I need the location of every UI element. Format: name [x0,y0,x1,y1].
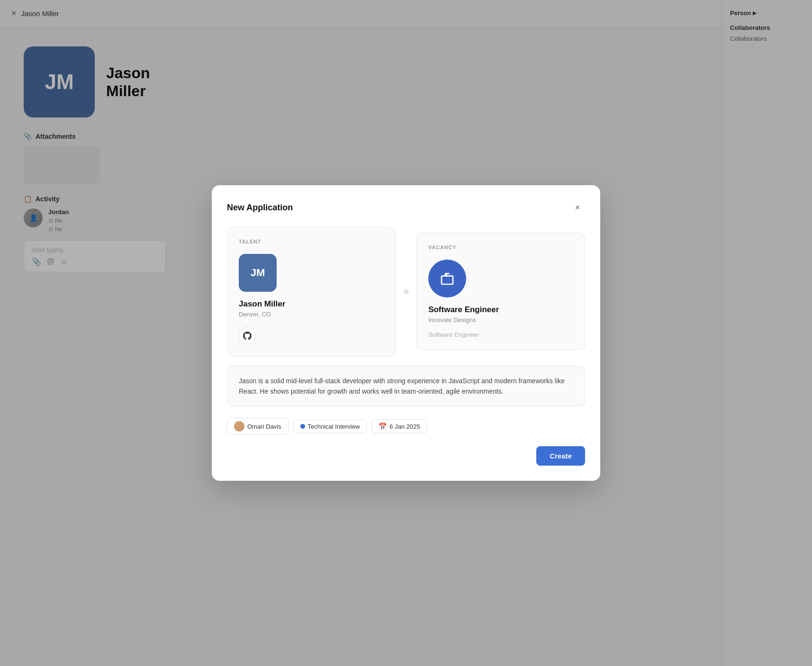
tag-avatar [234,421,244,432]
date-label: 6 Jan 2025 [389,423,420,430]
stage-tag[interactable]: Technical Interview [293,420,367,433]
vacancy-avatar [428,260,466,297]
talent-avatar: JM [239,254,277,292]
modal-close-button[interactable]: × [570,200,585,216]
vacancy-section-label: VACANCY [428,244,573,250]
notes-area: Jason is a solid mid-level full-stack de… [227,366,585,407]
tag-person-name: Omari Davis [247,423,281,430]
vacancy-card: VACANCY Software Engineer Innovate Desig… [416,233,585,350]
calendar-icon: 📅 [379,423,387,430]
briefcase-icon [440,271,455,286]
github-badge[interactable] [239,327,256,344]
github-icon [243,332,252,340]
modal: New Application × TALENT JM Jason Miller… [212,185,600,481]
stage-label: Technical Interview [308,423,360,430]
talent-location: Denver, CO [239,311,384,318]
modal-title: New Application [227,203,293,213]
stage-dot [300,424,305,429]
tags-row: Omari Davis Technical Interview 📅 6 Jan … [227,418,585,435]
vacancy-role: Software Engineer [428,331,573,338]
modal-header: New Application × [227,200,585,216]
talent-card: TALENT JM Jason Miller Denver, CO [227,227,396,356]
modal-overlay: New Application × TALENT JM Jason Miller… [0,0,812,666]
modal-footer: Create [227,446,585,466]
vacancy-title: Software Engineer [428,305,573,315]
talent-section-label: TALENT [239,239,384,244]
person-tag[interactable]: Omari Davis [227,418,289,435]
cards-row: TALENT JM Jason Miller Denver, CO » VACA… [227,227,585,356]
background-page: × Jason Miller Person ▶ Collaborators Co… [0,0,812,666]
talent-name: Jason Miller [239,299,384,309]
create-button[interactable]: Create [536,446,585,466]
date-tag[interactable]: 📅 6 Jan 2025 [371,419,427,433]
vacancy-company: Innovate Designs [428,316,573,324]
arrow-double-icon: » [403,285,409,297]
